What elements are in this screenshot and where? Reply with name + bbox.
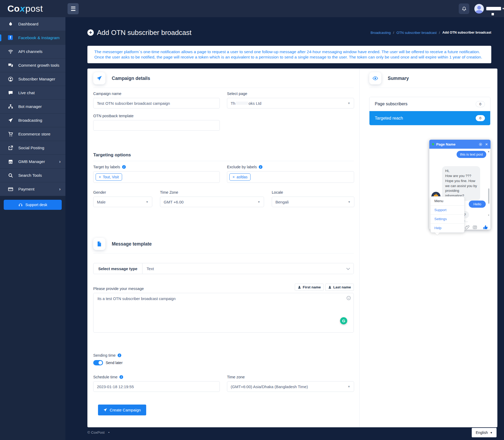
persistent-menu-popup: Menu Support Settings Help xyxy=(430,196,465,233)
sidebar-item-comment-growth-tools[interactable]: Comment growth tools xyxy=(0,58,65,72)
search-icon xyxy=(8,173,13,178)
copyright-text: © CoxPost xyxy=(87,430,105,434)
gender-dropdown[interactable]: Male▼ xyxy=(93,197,152,207)
otn-postback-label: OTN postback template xyxy=(93,114,220,118)
select-message-type-label: Select message type xyxy=(93,263,142,274)
chat-scrollbar-thumb[interactable] xyxy=(488,188,489,204)
breadcrumb-broadcasting[interactable]: Broadcasting xyxy=(371,31,391,35)
footer: © CoxPost • xyxy=(87,430,491,434)
campaign-details-heading: Campaign details xyxy=(112,76,150,81)
plus-circle-icon: + xyxy=(87,29,94,36)
messenger-preview-widget: Page Name × this is text post Hi, How ar… xyxy=(429,140,490,230)
create-campaign-button[interactable]: Create Campaign xyxy=(98,405,146,415)
scroll-down-icon[interactable]: ▼ xyxy=(488,214,490,216)
cart-icon xyxy=(8,131,13,137)
sending-time-label: Sending time xyxy=(93,353,116,357)
user-avatar[interactable] xyxy=(474,4,484,13)
message-type-select[interactable]: Text xyxy=(142,263,354,274)
sidebar-item-payment[interactable]: Payment › xyxy=(0,182,65,196)
insert-last-name-button[interactable]: Last name xyxy=(325,284,354,291)
exclude-labels-input[interactable]: ×asfdas xyxy=(227,171,354,183)
sidebar-item-label: Facebook & Instagram xyxy=(18,35,60,40)
select-page-dropdown[interactable]: Thoks Ltd ▼ xyxy=(227,98,354,108)
user-name-redacted[interactable] xyxy=(486,7,501,10)
outgoing-message-bubble: this is text post xyxy=(457,151,486,158)
chat-close-icon[interactable]: × xyxy=(485,142,488,147)
notifications-button[interactable] xyxy=(459,3,469,14)
page-title: Add OTN subscriber broadcast xyxy=(97,29,191,37)
caret-down-icon: ▼ xyxy=(347,102,350,105)
camera-icon[interactable] xyxy=(472,225,477,230)
breadcrumb: Broadcasting / OTN subscriber broadcast … xyxy=(371,31,491,35)
sidebar-item-social-posting[interactable]: Social Posting xyxy=(0,141,65,155)
sidebar-item-dashboard[interactable]: Dashboard xyxy=(0,17,65,31)
info-icon[interactable]: i xyxy=(122,165,126,169)
flame-icon xyxy=(8,21,13,27)
comments-icon xyxy=(8,63,13,68)
chat-header: Page Name × xyxy=(429,140,490,149)
wifi-icon xyxy=(8,49,13,54)
chevron-down-icon xyxy=(346,266,350,270)
breadcrumb-otn-subscriber-broadcast[interactable]: OTN subscriber broadcast xyxy=(396,31,437,35)
insert-first-name-button[interactable]: First name xyxy=(295,284,324,291)
emoji-picker-icon[interactable] xyxy=(346,296,351,300)
store-icon xyxy=(8,159,13,164)
sidebar-item-ecommerce-store[interactable]: Ecommerce store xyxy=(0,127,65,141)
sidebar-item-live-chat[interactable]: Live chat xyxy=(0,86,65,100)
otn-postback-input[interactable] xyxy=(93,120,220,131)
timezone-dropdown[interactable]: GMT +6.00▼ xyxy=(160,197,264,207)
facebook-icon: f xyxy=(8,35,13,40)
remove-tag-icon[interactable]: × xyxy=(99,175,101,179)
main-card: Campaign details Campaign name Test OTN … xyxy=(87,69,497,427)
info-icon[interactable]: i xyxy=(259,165,262,169)
sidebar-item-gmb-manager[interactable]: GMB Manager › xyxy=(0,155,65,169)
campaign-name-input[interactable]: Test OTN subscriber broadcast campaign xyxy=(93,98,220,108)
target-by-labels-label: Target by labels xyxy=(93,165,120,169)
sidebar-item-facebook-instagram[interactable]: f Facebook & Instagram xyxy=(0,31,65,45)
language-selector[interactable]: English ▼ xyxy=(472,428,497,437)
user-menu-caret-icon[interactable]: ▼ xyxy=(502,7,504,10)
sidebar-toggle-button[interactable] xyxy=(68,3,79,14)
send-later-toggle[interactable] xyxy=(93,360,103,365)
page-subscribers-count-badge: 0 xyxy=(476,101,485,107)
target-labels-input[interactable]: ×Tout, Visit xyxy=(93,171,220,183)
sidebar-item-api-channels[interactable]: API channels xyxy=(0,45,65,58)
paperclip-icon[interactable] xyxy=(465,225,470,230)
target-label-tag[interactable]: ×Tout, Visit xyxy=(96,173,122,181)
incoming-message-bubble: Hi, How are you ??? Hope you fine. How w… xyxy=(442,166,480,201)
support-desk-label: Support desk xyxy=(25,203,47,207)
sidebar-item-subscriber-manager[interactable]: Subscriber Manager xyxy=(0,72,65,86)
sidebar-item-label: Comment growth tools xyxy=(18,63,59,68)
paper-plane-icon xyxy=(103,408,107,412)
schedule-timezone-dropdown[interactable]: (GMT+6:00) Asia/Dhaka (Bangladesh Time)▼ xyxy=(227,381,354,392)
sidebar-item-broadcasting[interactable]: Broadcasting xyxy=(0,114,65,127)
message-textarea[interactable]: Its a test OTN subscriber broadcast camp… xyxy=(93,293,354,333)
timezone-label: Time Zone xyxy=(160,190,264,194)
thumbs-up-icon[interactable] xyxy=(483,225,488,230)
grammarly-icon[interactable]: G xyxy=(340,317,347,324)
support-desk-button[interactable]: Support desk xyxy=(4,200,62,210)
menu-item-settings[interactable]: Settings xyxy=(431,215,464,224)
schedule-time-label: Schedule time xyxy=(93,375,118,379)
info-icon[interactable]: i xyxy=(119,375,123,379)
scroll-up-icon[interactable]: ▲ xyxy=(488,150,490,153)
eye-icon xyxy=(369,72,381,84)
targeted-reach-count-badge: 0 xyxy=(476,115,485,121)
locale-dropdown[interactable]: Bengali▼ xyxy=(272,197,354,207)
remove-tag-icon[interactable]: × xyxy=(233,175,235,179)
person-icon xyxy=(298,285,301,289)
logo-post: post xyxy=(25,3,43,13)
schedule-time-input[interactable]: 2023-01-18 12:19:55 xyxy=(93,381,220,392)
gender-label: Gender xyxy=(93,190,152,194)
footer-dot: • xyxy=(108,430,110,434)
paper-plane-icon xyxy=(8,118,13,123)
page-subscribers-row[interactable]: Page subscribers 0 xyxy=(369,97,490,111)
info-icon[interactable]: i xyxy=(118,353,121,357)
sidebar-item-search-tools[interactable]: Search Tools xyxy=(0,169,65,182)
targeted-reach-row[interactable]: Targeted reach 0 xyxy=(369,111,490,125)
sidebar-item-bot-manager[interactable]: Bot manager xyxy=(0,100,65,114)
menu-item-help[interactable]: Help xyxy=(431,224,464,233)
exclude-label-tag[interactable]: ×asfdas xyxy=(229,173,251,181)
menu-item-support[interactable]: Support xyxy=(431,206,464,215)
chat-settings-gear-icon[interactable] xyxy=(479,142,483,146)
